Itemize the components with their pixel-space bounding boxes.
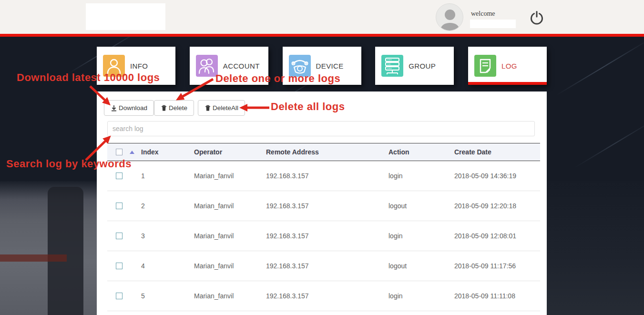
cell-index: 1 (141, 172, 194, 180)
column-header-create-date[interactable]: Create Date (454, 148, 540, 156)
cell-index: 2 (141, 202, 194, 210)
annotation-download: Download latest 10000 logs (17, 71, 160, 84)
tab-label: GROUP (409, 62, 436, 70)
download-icon (111, 105, 117, 112)
person-silhouette-icon (436, 4, 463, 31)
cell-operator: Marian_fanvil (194, 262, 266, 270)
active-tab-indicator (468, 82, 547, 85)
table-row: 1 Marian_fanvil 192.168.3.157 login 2018… (107, 161, 540, 191)
column-header-index[interactable]: Index (141, 148, 194, 156)
username-placeholder (470, 20, 516, 28)
page: welcome INFO (0, 0, 644, 315)
table-row: 3 Marian_fanvil 192.168.3.157 login 2018… (107, 221, 540, 251)
cell-operator: Marian_fanvil (194, 172, 266, 180)
log-panel: Download Delete DeleteAll Index (97, 91, 547, 315)
table-header-row: Index Operator Remote Address Action Cre… (107, 143, 540, 161)
row-checkbox[interactable] (116, 173, 123, 179)
tab-group[interactable]: GROUP (375, 47, 454, 85)
tab-label: DEVICE (316, 62, 344, 70)
download-button[interactable]: Download (104, 100, 154, 116)
cell-action: login (388, 172, 454, 180)
power-icon[interactable] (530, 10, 544, 25)
cell-remote-address: 192.168.3.157 (266, 232, 388, 240)
cell-operator: Marian_fanvil (194, 292, 266, 300)
logo-placeholder (86, 3, 165, 30)
cell-create-date: 2018-05-09 12:20:18 (454, 202, 540, 210)
cell-index: 3 (141, 232, 194, 240)
cell-remote-address: 192.168.3.157 (266, 292, 388, 300)
welcome-label: welcome (471, 10, 495, 18)
row-checkbox[interactable] (116, 233, 123, 239)
annotation-delete-all: Delete all logs (271, 101, 345, 113)
background-photo-frame (48, 187, 83, 315)
red-divider (0, 34, 644, 37)
cell-remote-address: 192.168.3.157 (266, 262, 388, 270)
cell-operator: Marian_fanvil (194, 232, 266, 240)
tab-label: ACCOUNT (223, 62, 260, 70)
tab-label: LOG (501, 62, 517, 70)
cell-create-date: 2018-05-09 14:36:19 (454, 172, 540, 180)
cell-create-date: 2018-05-09 12:08:01 (454, 232, 540, 240)
trash-icon (204, 105, 211, 112)
servers-icon (381, 55, 403, 77)
table-row: 2 Marian_fanvil 192.168.3.157 logout 201… (107, 191, 540, 221)
column-header-operator[interactable]: Operator (194, 148, 266, 156)
cell-index: 4 (141, 262, 194, 270)
delete-button[interactable]: Delete (154, 100, 194, 116)
delete-all-button[interactable]: DeleteAll (198, 100, 245, 116)
row-checkbox[interactable] (116, 203, 123, 209)
background-photo-stripe (0, 254, 67, 262)
background-streak (556, 39, 644, 96)
cell-remote-address: 192.168.3.157 (266, 202, 388, 210)
avatar (436, 3, 463, 31)
table-row: 5 Marian_fanvil 192.168.3.157 login 2018… (107, 281, 540, 311)
document-icon (474, 55, 496, 77)
top-header: welcome (0, 0, 644, 34)
row-checkbox[interactable] (116, 263, 123, 269)
cell-create-date: 2018-05-09 11:11:08 (454, 292, 540, 300)
people-icon (196, 55, 218, 77)
cell-action: login (388, 292, 454, 300)
download-button-label: Download (119, 104, 147, 112)
cell-action: logout (388, 262, 454, 270)
tab-log[interactable]: LOG (468, 47, 547, 85)
background-streak (574, 119, 644, 169)
delete-all-button-label: DeleteAll (213, 104, 238, 112)
cell-create-date: 2018-05-09 11:17:56 (454, 262, 540, 270)
cell-operator: Marian_fanvil (194, 202, 266, 210)
search-input[interactable] (107, 121, 535, 136)
row-checkbox[interactable] (116, 293, 123, 299)
annotation-delete: Delete one or more logs (215, 72, 340, 85)
column-header-action[interactable]: Action (388, 148, 454, 156)
trash-icon (161, 105, 167, 112)
column-header-remote-address[interactable]: Remote Address (266, 148, 388, 156)
cell-index: 5 (141, 292, 194, 300)
select-all-checkbox[interactable] (116, 149, 123, 155)
cell-remote-address: 192.168.3.157 (266, 172, 388, 180)
tab-label: INFO (130, 62, 148, 70)
cell-action: login (388, 232, 454, 240)
cell-action: logout (388, 202, 454, 210)
background-photo-right (547, 181, 644, 315)
delete-button-label: Delete (169, 104, 187, 112)
log-table: Index Operator Remote Address Action Cre… (107, 143, 540, 311)
annotation-search: Search log by keywords (6, 158, 132, 170)
sort-ascending-icon[interactable] (130, 151, 134, 154)
table-row: 4 Marian_fanvil 192.168.3.157 logout 201… (107, 251, 540, 281)
